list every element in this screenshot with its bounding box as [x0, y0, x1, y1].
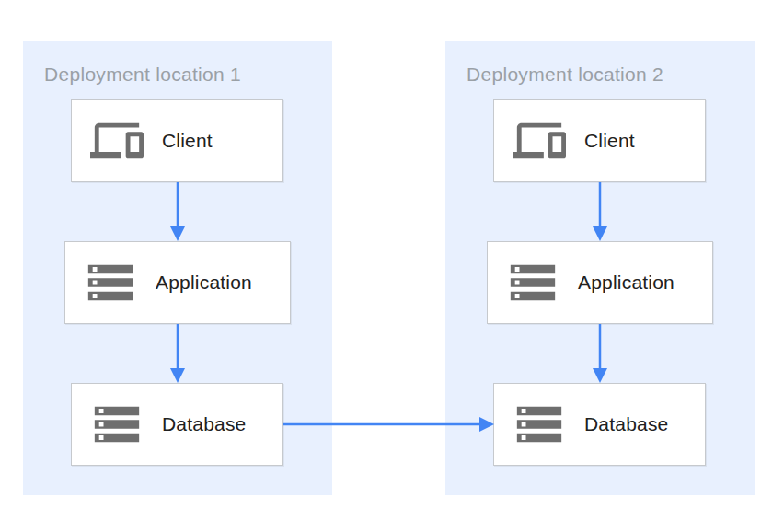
server-stack-icon: [513, 398, 566, 451]
panel-title: Deployment location 1: [44, 64, 241, 86]
node-client-2: Client: [493, 99, 706, 182]
diagram-canvas: Deployment location 1 Client Application…: [0, 0, 784, 532]
node-label: Database: [162, 413, 247, 435]
node-label: Client: [584, 130, 635, 152]
node-label: Database: [584, 413, 669, 435]
node-database-1: Database: [71, 383, 283, 466]
panel-deployment-location-2: Deployment location 2 Client Application…: [445, 41, 755, 495]
server-stack-icon: [506, 256, 559, 309]
devices-icon: [513, 114, 566, 168]
node-label: Application: [156, 272, 252, 294]
node-label: Application: [578, 272, 674, 294]
node-client-1: Client: [71, 99, 283, 182]
node-database-2: Database: [493, 383, 706, 466]
panel-deployment-location-1: Deployment location 1 Client Application…: [23, 41, 332, 495]
server-stack-icon: [90, 398, 144, 451]
panel-title: Deployment location 2: [467, 64, 663, 86]
server-stack-icon: [84, 256, 137, 309]
node-application-2: Application: [487, 241, 713, 324]
node-label: Client: [162, 130, 213, 152]
node-application-1: Application: [64, 241, 291, 324]
devices-icon: [90, 114, 144, 168]
